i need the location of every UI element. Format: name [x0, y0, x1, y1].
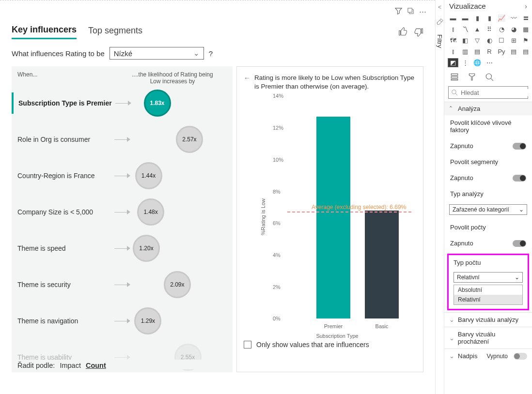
influencer-bubble[interactable]: 2.57x: [176, 126, 203, 153]
svg-point-4: [486, 74, 491, 79]
detail-text: Rating is more likely to be Low when Sub…: [254, 74, 416, 91]
section-analysis[interactable]: ˄ Analýza: [444, 102, 532, 115]
section-title[interactable]: ⌄ Nadpis Vypnuto: [444, 349, 532, 363]
format-tab-icon[interactable]: [468, 73, 476, 81]
viz-icon-donut[interactable]: ◕: [509, 25, 518, 33]
eraser-icon[interactable]: [436, 17, 443, 25]
influencer-row[interactable]: Theme is usability2.55x: [17, 339, 227, 375]
viz-icon-pie[interactable]: ◔: [497, 25, 506, 33]
viz-icon-scatter[interactable]: ⠿: [485, 25, 494, 33]
sort-count[interactable]: Count: [86, 362, 106, 369]
viz-icon-line[interactable]: 📈: [497, 14, 506, 22]
influencer-row[interactable]: Subscription Type is Premier1.83x: [17, 85, 227, 121]
viz-icon-clustered-column[interactable]: ▮: [485, 14, 494, 22]
viz-icon-area[interactable]: 〰: [509, 14, 518, 22]
enable-ki-state: Zapnuto: [450, 142, 473, 150]
viz-icon-clustered-bar[interactable]: ▬: [460, 14, 470, 22]
option-absolutni[interactable]: Absolutní: [454, 285, 522, 295]
viz-icon-matrix[interactable]: ▤: [472, 47, 482, 56]
ellipsis-icon[interactable]: ⋯: [419, 7, 426, 16]
viz-icon-table[interactable]: ▥: [460, 47, 470, 56]
influencer-label: Country-Region is France: [17, 172, 114, 180]
y-axis-label: %Rating is Low: [260, 199, 266, 236]
influencer-row[interactable]: Theme is navigation1.29x: [17, 303, 227, 339]
viz-icon-treemap[interactable]: ▦: [521, 25, 531, 33]
influencer-bubble[interactable]: 1.20x: [133, 235, 160, 262]
viz-icon-stacked-area[interactable]: 〓: [521, 14, 531, 22]
bar-premier[interactable]: [316, 117, 350, 318]
influencer-bubble[interactable]: 1.83x: [144, 90, 171, 117]
viz-icon-kpi[interactable]: ⚑: [521, 36, 531, 45]
analytics-tab-icon[interactable]: [485, 73, 494, 81]
viz-icon-py[interactable]: ▤: [509, 47, 518, 56]
thumbs-up-icon[interactable]: [398, 27, 408, 37]
svg-rect-2: [451, 76, 458, 78]
influencer-row[interactable]: Company Size is < 5,0001.48x: [17, 194, 227, 230]
count-type-select[interactable]: Relativní ⌄: [454, 272, 523, 283]
influencer-label: Company Size is < 5,000: [17, 208, 114, 216]
title-toggle[interactable]: [514, 353, 527, 360]
enable-counts-state: Zapnuto: [450, 240, 473, 247]
enable-counts-toggle[interactable]: [513, 240, 526, 247]
tab-key-influencers[interactable]: Key influencers: [12, 25, 77, 39]
collapse-pane-icon[interactable]: ›: [525, 2, 527, 10]
viz-icon-r[interactable]: R: [485, 47, 494, 56]
thumbs-down-icon[interactable]: [414, 27, 423, 37]
filters-label[interactable]: Filtry: [436, 34, 443, 48]
count-type-options: Absolutní Relativní: [454, 285, 523, 305]
viz-icon-table2[interactable]: ▤: [521, 47, 531, 56]
sort-impact[interactable]: Impact: [60, 362, 81, 369]
only-influencers-checkbox[interactable]: [244, 341, 251, 349]
section-drill-colors[interactable]: ⌄ Barvy vizuálu procházení: [444, 327, 532, 349]
viz-icon-python[interactable]: Py: [497, 47, 506, 56]
influencer-row[interactable]: Theme is security2.09x: [17, 266, 227, 303]
viz-icon-filled-map[interactable]: ◧: [460, 36, 470, 45]
viz-icon-map[interactable]: 🗺: [448, 36, 458, 45]
influencer-row[interactable]: Role in Org is consumer2.57x: [17, 121, 227, 157]
option-relativni[interactable]: Relativní: [454, 295, 522, 304]
influencer-bubble[interactable]: 1.48x: [137, 198, 164, 226]
question-help[interactable]: ?: [209, 49, 213, 58]
highlighted-count-type: Typ počtu Relativní ⌄ Absolutní Relativn…: [447, 254, 529, 310]
viz-icon-line-column[interactable]: ⫿: [448, 25, 458, 33]
svg-rect-1: [451, 74, 458, 75]
influencer-row[interactable]: Theme is speed1.20x: [17, 230, 227, 266]
enable-ki-toggle[interactable]: [513, 143, 526, 150]
expand-filters-icon[interactable]: <: [438, 4, 441, 11]
viz-icon-decomposition[interactable]: ⋮: [460, 59, 470, 67]
chevron-down-icon: ⌄: [515, 274, 519, 281]
viz-icon-ribbon[interactable]: 〽: [460, 25, 470, 33]
enable-segments-state: Zapnuto: [450, 174, 473, 182]
viz-icon-stacked-bar[interactable]: ▬: [448, 14, 458, 22]
tab-top-segments[interactable]: Top segments: [88, 26, 142, 39]
viz-icon-slicer[interactable]: ⫿: [448, 47, 458, 56]
fields-tab-icon[interactable]: [450, 73, 459, 81]
bar-basic[interactable]: [365, 211, 399, 318]
filter-icon[interactable]: [395, 7, 402, 16]
viz-icon-key-influencer[interactable]: ◩: [448, 59, 458, 67]
back-arrow-icon[interactable]: ←: [244, 74, 250, 91]
question-prefix: What influences Rating to be: [12, 49, 105, 58]
viz-icon-stacked-column[interactable]: ▮: [472, 14, 482, 22]
viz-icon-card[interactable]: ☐: [497, 36, 506, 45]
focus-icon[interactable]: [407, 7, 414, 16]
enable-segments-toggle[interactable]: [513, 175, 526, 182]
viz-icon-more[interactable]: ⋯: [485, 59, 494, 67]
enable-segments-label: Povolit segmenty: [450, 158, 526, 166]
question-dropdown[interactable]: Nízké ⌄: [110, 47, 204, 60]
influencer-bubble[interactable]: 2.09x: [164, 271, 191, 298]
search-input[interactable]: [448, 86, 528, 99]
search-icon: [452, 90, 458, 96]
report-canvas: ⋯ Key influencers Top segments What infl…: [0, 0, 435, 394]
analysis-type-select[interactable]: Zařazené do kategorií ⌄: [449, 204, 527, 215]
influencer-row[interactable]: Country-Region is France1.44x: [17, 157, 227, 194]
viz-icon-gauge[interactable]: ◐: [485, 36, 494, 45]
viz-icon-paginated[interactable]: 🌐: [472, 59, 482, 67]
viz-icon-multi-card[interactable]: ⊞: [509, 36, 518, 45]
section-analysis-colors[interactable]: ⌄ Barvy vizuálu analýzy: [444, 312, 532, 327]
influencer-label: Role in Org is consumer: [17, 136, 114, 143]
viz-icon-funnel[interactable]: ▽: [472, 36, 482, 45]
viz-icon-waterfall[interactable]: ▲: [472, 25, 482, 33]
influencer-bubble[interactable]: 1.44x: [135, 162, 162, 189]
influencer-bubble[interactable]: 1.29x: [134, 307, 161, 334]
